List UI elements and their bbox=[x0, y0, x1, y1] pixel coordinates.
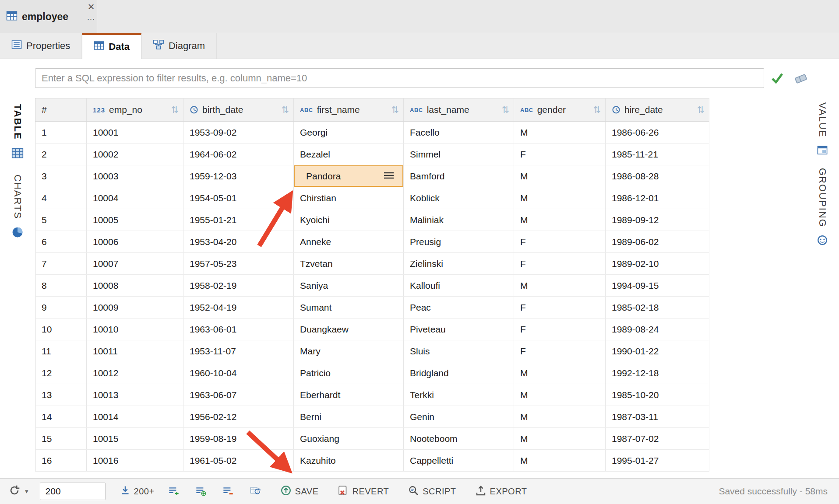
cell-menu-icon[interactable] bbox=[383, 171, 395, 182]
data-cell[interactable]: Sluis bbox=[404, 340, 514, 362]
data-cell[interactable]: Kalloufi bbox=[404, 275, 514, 297]
data-cell[interactable]: 1985-02-18 bbox=[606, 297, 709, 318]
data-cell[interactable]: Chirstian bbox=[294, 187, 404, 209]
data-cell[interactable]: Bamford bbox=[404, 165, 514, 187]
data-cell[interactable]: 10014 bbox=[87, 406, 183, 428]
data-cell[interactable]: Nooteboom bbox=[404, 428, 514, 450]
column-header-birth_date[interactable]: birth_date⇅ bbox=[183, 98, 294, 122]
data-cell[interactable]: 1987-07-02 bbox=[606, 428, 709, 450]
script-button[interactable]: SCRIPT bbox=[408, 485, 456, 498]
data-cell[interactable]: M bbox=[514, 428, 606, 450]
data-cell[interactable]: 1963-06-07 bbox=[183, 384, 294, 406]
sort-icon[interactable]: ⇅ bbox=[593, 105, 601, 115]
data-cell[interactable]: 10013 bbox=[87, 384, 183, 406]
data-cell[interactable]: Zielinski bbox=[404, 253, 514, 275]
column-header-first_name[interactable]: ABCfirst_name⇅ bbox=[294, 98, 404, 122]
export-button[interactable]: EXPORT bbox=[476, 485, 527, 498]
data-cell[interactable]: 1987-03-11 bbox=[606, 406, 709, 428]
sort-icon[interactable]: ⇅ bbox=[391, 105, 399, 115]
data-cell[interactable]: F bbox=[514, 144, 606, 165]
save-button[interactable]: SAVE bbox=[281, 485, 319, 498]
row-number-cell[interactable]: 4 bbox=[35, 187, 87, 209]
data-cell[interactable]: F bbox=[514, 231, 606, 253]
data-cell[interactable]: Preusig bbox=[404, 231, 514, 253]
row-number-cell[interactable]: 1 bbox=[35, 122, 87, 144]
data-cell[interactable]: Cappelletti bbox=[404, 450, 514, 472]
data-cell[interactable]: 1989-09-12 bbox=[606, 209, 709, 231]
row-number-cell[interactable]: 10 bbox=[35, 318, 87, 340]
sort-icon[interactable]: ⇅ bbox=[281, 105, 289, 115]
apply-filter-button[interactable] bbox=[769, 70, 786, 87]
file-tab-employee[interactable]: employee × ... bbox=[0, 0, 97, 33]
data-cell[interactable]: 1959-08-19 bbox=[183, 428, 294, 450]
data-cell[interactable]: Duangkaew bbox=[294, 318, 404, 340]
column-header-last_name[interactable]: ABClast_name⇅ bbox=[404, 98, 514, 122]
data-cell[interactable]: F bbox=[514, 253, 606, 275]
data-cell[interactable]: Anneke bbox=[294, 231, 404, 253]
data-cell[interactable]: 1958-02-19 bbox=[183, 275, 294, 297]
data-cell[interactable]: Bezalel bbox=[294, 144, 404, 165]
data-cell[interactable]: F bbox=[514, 297, 606, 318]
clear-filter-button[interactable] bbox=[793, 70, 809, 87]
data-cell[interactable]: F bbox=[514, 340, 606, 362]
panel-tab-value[interactable]: VALUE bbox=[806, 102, 839, 158]
sidebar-tab-charts[interactable]: CHARTS bbox=[0, 175, 35, 240]
data-cell[interactable]: Pandora bbox=[294, 165, 404, 187]
data-cell[interactable]: 1959-12-03 bbox=[183, 165, 294, 187]
data-cell[interactable]: Kazuhito bbox=[294, 450, 404, 472]
data-cell[interactable]: 10008 bbox=[87, 275, 183, 297]
refresh-fetch-button[interactable]: ▾ bbox=[9, 485, 28, 498]
data-cell[interactable]: 10009 bbox=[87, 297, 183, 318]
row-number-cell[interactable]: 8 bbox=[35, 275, 87, 297]
column-header-gender[interactable]: ABCgender⇅ bbox=[514, 98, 606, 122]
data-cell[interactable]: 10004 bbox=[87, 187, 183, 209]
row-number-cell[interactable]: 11 bbox=[35, 340, 87, 362]
data-cell[interactable]: 1986-08-28 bbox=[606, 165, 709, 187]
data-cell[interactable]: Guoxiang bbox=[294, 428, 404, 450]
duplicate-row-button[interactable] bbox=[193, 484, 209, 499]
data-cell[interactable]: Saniya bbox=[294, 275, 404, 297]
data-cell[interactable]: 10015 bbox=[87, 428, 183, 450]
data-cell[interactable]: 10001 bbox=[87, 122, 183, 144]
row-number-cell[interactable]: 13 bbox=[35, 384, 87, 406]
data-cell[interactable]: 1986-06-26 bbox=[606, 122, 709, 144]
data-cell[interactable]: Maliniak bbox=[404, 209, 514, 231]
data-cell[interactable]: Eberhardt bbox=[294, 384, 404, 406]
data-cell[interactable]: Sumant bbox=[294, 297, 404, 318]
row-number-cell[interactable]: 5 bbox=[35, 209, 87, 231]
data-cell[interactable]: 1985-11-21 bbox=[606, 144, 709, 165]
data-cell[interactable]: Peac bbox=[404, 297, 514, 318]
data-cell[interactable]: Genin bbox=[404, 406, 514, 428]
data-cell[interactable]: 10010 bbox=[87, 318, 183, 340]
data-cell[interactable]: Simmel bbox=[404, 144, 514, 165]
row-number-cell[interactable]: 14 bbox=[35, 406, 87, 428]
add-row-button[interactable] bbox=[166, 484, 182, 499]
data-cell[interactable]: 10002 bbox=[87, 144, 183, 165]
data-cell[interactable]: Patricio bbox=[294, 362, 404, 384]
tab-diagram[interactable]: Diagram bbox=[141, 33, 217, 59]
row-number-cell[interactable]: 15 bbox=[35, 428, 87, 450]
data-cell[interactable]: Kyoichi bbox=[294, 209, 404, 231]
data-cell[interactable]: 10006 bbox=[87, 231, 183, 253]
row-number-cell[interactable]: 12 bbox=[35, 362, 87, 384]
data-cell[interactable]: 1989-08-24 bbox=[606, 318, 709, 340]
tab-properties[interactable]: Properties bbox=[0, 33, 82, 59]
data-cell[interactable]: M bbox=[514, 122, 606, 144]
column-header-rownum[interactable]: # bbox=[35, 98, 87, 122]
data-cell[interactable]: 1955-01-21 bbox=[183, 209, 294, 231]
data-cell[interactable]: 1953-04-20 bbox=[183, 231, 294, 253]
data-cell[interactable]: 1995-01-27 bbox=[606, 450, 709, 472]
data-cell[interactable]: Bridgland bbox=[404, 362, 514, 384]
revert-button[interactable]: REVERT bbox=[338, 485, 389, 498]
data-cell[interactable]: Terkki bbox=[404, 384, 514, 406]
row-number-cell[interactable]: 9 bbox=[35, 297, 87, 318]
data-cell[interactable]: F bbox=[514, 318, 606, 340]
sort-icon[interactable]: ⇅ bbox=[171, 105, 179, 115]
data-cell[interactable]: 1986-12-01 bbox=[606, 187, 709, 209]
data-cell[interactable]: 1953-09-02 bbox=[183, 122, 294, 144]
data-cell[interactable]: 1952-04-19 bbox=[183, 297, 294, 318]
data-cell[interactable]: M bbox=[514, 275, 606, 297]
data-cell[interactable]: 1992-12-18 bbox=[606, 362, 709, 384]
sql-filter-input[interactable] bbox=[35, 68, 764, 88]
data-cell[interactable]: 10007 bbox=[87, 253, 183, 275]
